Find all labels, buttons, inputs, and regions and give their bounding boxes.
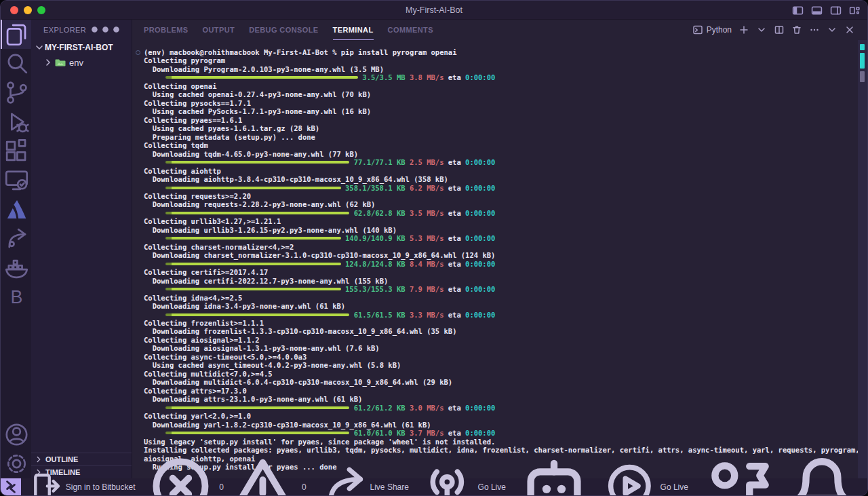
tree-item-env[interactable]: env (31, 55, 132, 70)
ruler-mark (860, 44, 865, 50)
progress-bar (165, 263, 341, 265)
terminal-line: Collecting idna<4,>=2.5 (144, 294, 858, 302)
tab-terminal[interactable]: TERMINAL (333, 20, 374, 40)
progress-bar (165, 406, 350, 409)
toggle-sidebar-right-icon[interactable] (830, 5, 842, 16)
activity-bitbucket-b[interactable]: B (1, 282, 31, 311)
chevron-down-icon[interactable] (756, 24, 767, 35)
terminal-line: Downloading frozenlist-1.3.3-cp310-cp310… (144, 327, 858, 335)
terminal-line: Collecting openai (144, 82, 858, 90)
terminal-line: Downloading attrs-23.1.0-py3-none-any.wh… (144, 395, 858, 403)
remote-indicator[interactable] (1, 478, 21, 495)
tab-comments[interactable]: COMMENTS (388, 20, 433, 40)
title-bar: My-First-AI-Bot (1, 1, 867, 20)
tab-output[interactable]: OUTPUT (203, 20, 235, 40)
activity-atlassian[interactable] (1, 195, 31, 224)
activity-bar: B (1, 20, 31, 478)
terminal-progress-line: 61.0/61.0 KB 3.7 MB/s eta 0:00:00 (144, 429, 858, 437)
chevron-down-icon[interactable] (827, 24, 837, 35)
toggle-sidebar-left-icon[interactable] (792, 5, 804, 16)
statusbar-notifications[interactable] (785, 449, 859, 496)
progress-bar (165, 313, 350, 316)
statusbar-live-share[interactable]: Live Share (316, 461, 409, 496)
robot-icon (517, 449, 591, 496)
warning-count-icon (227, 451, 298, 496)
terminal-line: Using cached async_timeout-4.0.2-py3-non… (144, 361, 858, 369)
terminal-toolbar: Python (692, 20, 855, 40)
progress-bar (165, 187, 341, 189)
minimize-window-button[interactable] (24, 6, 32, 14)
toggle-panel-icon[interactable] (811, 5, 823, 16)
terminal-progress-line: 3.5/3.5 MB 3.8 MB/s eta 0:00:00 (144, 73, 858, 81)
command-decoration-icon[interactable] (136, 50, 140, 55)
progress-bar (165, 76, 358, 79)
activity-source-control[interactable] (1, 78, 31, 107)
trash-icon[interactable] (791, 24, 802, 35)
statusbar-go-live-five-server[interactable]: Go Live (602, 459, 688, 496)
vscode-window: My-First-AI-Bot B EXPLORER MY-FIRST-AI-B… (0, 0, 868, 496)
signin-icon (31, 470, 62, 496)
play-circle-icon (602, 459, 657, 496)
share-icon (316, 461, 367, 496)
terminal-line: Preparing metadata (setup.py) ... done (144, 133, 858, 141)
statusbar-browser-preview[interactable] (517, 449, 591, 496)
terminal-scrollbar[interactable] (858, 40, 867, 478)
close-icon[interactable] (844, 24, 855, 35)
bell-icon (785, 449, 859, 496)
terminal-progress-line: 61.2/61.2 KB 3.0 MB/s eta 0:00:00 (144, 404, 858, 412)
terminal-progress-line: 62.8/62.8 KB 3.5 MB/s eta 0:00:00 (144, 209, 858, 217)
terminal-profile-icon (692, 24, 703, 35)
progress-bar (165, 288, 341, 290)
terminal-line: Downloading charset_normalizer-3.1.0-cp3… (144, 251, 858, 259)
activity-files[interactable] (1, 20, 31, 49)
terminal-output[interactable]: (env) macbook@rohithmacbook My-First-AI-… (133, 40, 858, 478)
status-bar: Sign in to Bitbucket00Live Share Go Live… (1, 478, 867, 495)
ruler-mark (860, 71, 865, 82)
terminal-line: Collecting charset-normalizer<4,>=2 (144, 243, 858, 251)
more-icon[interactable] (809, 24, 820, 35)
plus-icon[interactable] (738, 24, 749, 35)
tab-debug-console[interactable]: DEBUG CONSOLE (249, 20, 318, 40)
terminal-line: Collecting multidict<7.0,>=4.5 (144, 370, 858, 378)
terminal-line: Collecting requests>=2.20 (144, 192, 858, 200)
zoom-window-button[interactable] (37, 6, 45, 14)
sidebar-title: EXPLORER (43, 26, 86, 34)
activity-run-debug[interactable] (1, 107, 31, 136)
activity-account[interactable] (1, 420, 31, 449)
terminal-progress-line: 61.5/61.5 KB 3.3 MB/s eta 0:00:00 (144, 311, 858, 319)
statusbar-go-live-server[interactable]: Go Live (420, 459, 506, 496)
svg-text:B: B (11, 287, 23, 307)
terminal-panel: PROBLEMSOUTPUTDEBUG CONSOLETERMINALCOMME… (133, 20, 867, 478)
customize-layout-icon[interactable] (849, 5, 861, 16)
traffic-lights (10, 6, 45, 14)
split-icon[interactable] (774, 24, 785, 35)
terminal-line: Downloading certifi-2022.12.7-py3-none-a… (144, 277, 858, 285)
close-window-button[interactable] (10, 6, 18, 14)
terminal-line: Collecting certifi>=2017.4.17 (144, 268, 858, 276)
ruler-mark (860, 53, 865, 69)
statusbar-feedback[interactable] (699, 449, 774, 496)
terminal-line: (env) macbook@rohithmacbook My-First-AI-… (144, 48, 858, 56)
statusbar-problems[interactable]: 00 (145, 451, 307, 496)
terminal-profile-chip[interactable]: Python (692, 24, 732, 35)
terminal-line: Collecting pysocks==1.7.1 (144, 99, 858, 107)
explorer-sidebar: EXPLORER MY-FIRST-AI-BOT env OUTLINE TIM… (31, 20, 132, 478)
terminal-line: Collecting async-timeout<5.0,>=4.0.0a3 (144, 353, 858, 361)
tab-problems[interactable]: PROBLEMS (144, 20, 189, 40)
root-folder-label: MY-FIRST-AI-BOT (45, 43, 113, 52)
folder-icon (55, 57, 66, 68)
statusbar-bitbucket-signin[interactable]: Sign in to Bitbucket (31, 470, 136, 496)
error-count-icon (145, 451, 216, 496)
activity-search[interactable] (1, 49, 31, 78)
terminal-line: Downloading multidict-6.0.4-cp310-cp310-… (144, 378, 858, 386)
activity-live-share[interactable] (1, 224, 31, 253)
activity-docker[interactable] (1, 253, 31, 282)
terminal-line: Downloading yarl-1.8.2-cp310-cp310-macos… (144, 421, 858, 429)
terminal-line: Collecting yarl<2.0,>=1.0 (144, 412, 858, 420)
terminal-line: Using cached PySocks-1.7.1-py3-none-any.… (144, 107, 858, 115)
window-title: My-First-AI-Bot (1, 5, 867, 15)
terminal-line: Collecting aiohttp (144, 167, 858, 175)
terminal-line: Downloading Pyrogram-2.0.103-py3-none-an… (144, 65, 858, 73)
activity-remote-explorer[interactable] (1, 166, 31, 195)
activity-extensions[interactable] (1, 136, 31, 166)
